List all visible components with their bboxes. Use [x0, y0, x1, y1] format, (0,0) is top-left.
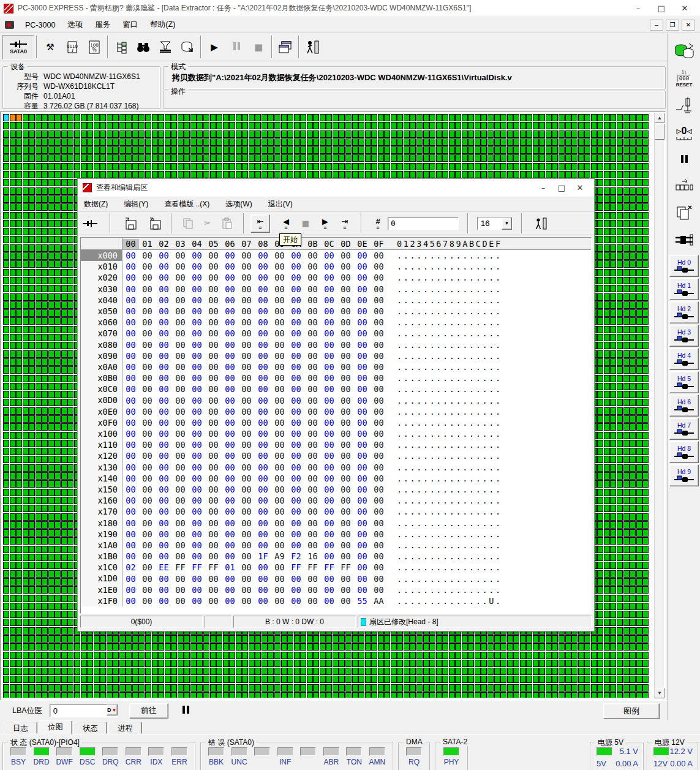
sector-cell[interactable] [16, 138, 22, 146]
sector-cell[interactable] [36, 366, 42, 374]
hex-byte[interactable]: 00 [288, 284, 304, 294]
hex-byte[interactable]: 00 [172, 373, 189, 383]
sector-cell[interactable] [352, 668, 358, 675]
sector-cell[interactable] [642, 342, 649, 349]
sector-cell[interactable] [468, 652, 474, 659]
sector-cell[interactable] [617, 456, 623, 463]
sector-cell[interactable] [604, 342, 610, 349]
sector-cell[interactable] [513, 163, 519, 170]
sector-cell[interactable] [3, 252, 9, 260]
sector-cell[interactable] [61, 260, 67, 268]
sector-cell[interactable] [617, 432, 623, 439]
sector-cell[interactable] [597, 521, 603, 529]
sector-cell[interactable] [526, 692, 532, 698]
hex-byte[interactable]: 00 [156, 251, 172, 260]
sector-cell[interactable] [623, 570, 630, 578]
disk-copy-tool-button[interactable] [671, 38, 698, 65]
hex-byte[interactable]: 00 [122, 462, 139, 472]
sector-cell[interactable] [223, 660, 229, 667]
sector-cell[interactable] [203, 138, 209, 146]
hex-byte[interactable]: 00 [288, 418, 304, 428]
sector-cell[interactable] [36, 472, 42, 480]
hex-byte[interactable]: 00 [189, 340, 205, 350]
sector-cell[interactable] [107, 676, 113, 683]
sector-cell[interactable] [358, 684, 364, 692]
sector-cell[interactable] [378, 163, 384, 170]
hex-byte[interactable]: 00 [371, 328, 387, 338]
sector-cell[interactable] [55, 228, 61, 235]
sector-cell[interactable] [333, 154, 339, 162]
sector-cell[interactable] [604, 220, 610, 227]
hex-byte[interactable]: 00 [156, 328, 172, 338]
sector-cell[interactable] [449, 643, 455, 651]
sector-cell[interactable] [487, 643, 494, 651]
sector-cell[interactable] [94, 154, 100, 162]
sector-cell[interactable] [287, 643, 293, 651]
sector-cell[interactable] [623, 513, 630, 521]
sector-cell[interactable] [500, 643, 506, 651]
sector-cell[interactable] [3, 505, 9, 512]
sector-cell[interactable] [604, 660, 610, 667]
hex-byte[interactable]: 00 [139, 306, 156, 316]
sector-cell[interactable] [190, 676, 197, 683]
hex-byte[interactable]: 00 [321, 317, 337, 327]
sector-cell[interactable] [3, 366, 9, 374]
sector-cell[interactable] [236, 154, 242, 162]
sector-cell[interactable] [36, 660, 42, 667]
sector-cell[interactable] [61, 546, 67, 553]
sector-cell[interactable] [158, 676, 164, 683]
sector-cell[interactable] [87, 668, 93, 675]
sector-cell[interactable] [636, 619, 642, 626]
sector-cell[interactable] [10, 163, 16, 170]
sector-cell[interactable] [10, 423, 16, 431]
sector-cell[interactable] [630, 309, 636, 317]
cut-button[interactable]: ✂ [198, 214, 217, 233]
sector-cell[interactable] [23, 350, 29, 358]
sector-cell[interactable] [636, 562, 642, 569]
sector-cell[interactable] [642, 317, 649, 325]
sector-cell[interactable] [539, 146, 545, 154]
sector-cell[interactable] [210, 130, 216, 138]
hex-byte[interactable]: 00 [172, 574, 189, 584]
sector-cell[interactable] [3, 480, 9, 488]
sector-cell[interactable] [29, 171, 35, 178]
hex-byte[interactable]: 00 [255, 306, 271, 316]
sector-cell[interactable] [539, 643, 545, 651]
sector-cell[interactable] [81, 163, 87, 170]
sector-cell[interactable] [455, 114, 461, 121]
hex-byte[interactable]: 00 [304, 284, 321, 294]
sector-cell[interactable] [36, 627, 42, 635]
hex-byte[interactable]: 00 [122, 284, 139, 294]
sector-cell[interactable] [23, 138, 29, 146]
sector-cell[interactable] [313, 652, 319, 659]
sector-cell[interactable] [16, 529, 22, 537]
sector-cell[interactable] [333, 171, 339, 178]
sector-cell[interactable] [642, 146, 649, 154]
sector-cell[interactable] [171, 668, 177, 675]
hex-byte[interactable]: 00 [288, 306, 304, 316]
sector-cell[interactable] [216, 171, 222, 178]
sector-cell[interactable] [333, 114, 339, 121]
sector-cell[interactable] [520, 114, 526, 121]
sector-cell[interactable] [113, 643, 119, 651]
sector-cell[interactable] [423, 676, 429, 683]
hex-byte[interactable]: 00 [222, 585, 238, 595]
sector-cell[interactable] [539, 692, 545, 698]
sector-cell[interactable] [365, 163, 371, 170]
sector-cell[interactable] [119, 635, 126, 643]
sector-cell[interactable] [36, 684, 42, 692]
sector-cell[interactable] [481, 652, 487, 659]
sector-cell[interactable] [23, 586, 29, 594]
sector-cell[interactable] [29, 244, 35, 252]
sector-cell[interactable] [610, 317, 616, 325]
sector-cell[interactable] [636, 611, 642, 618]
sector-cell[interactable] [571, 122, 578, 129]
hex-byte[interactable]: 00 [189, 396, 205, 406]
sector-cell[interactable] [16, 660, 22, 667]
sector-cell[interactable] [397, 635, 403, 643]
sector-cell[interactable] [10, 114, 16, 121]
sector-cell[interactable] [23, 171, 29, 178]
hex-byte[interactable]: 00 [139, 429, 156, 439]
hex-byte[interactable]: 00 [139, 362, 156, 372]
sector-cell[interactable] [216, 652, 222, 659]
